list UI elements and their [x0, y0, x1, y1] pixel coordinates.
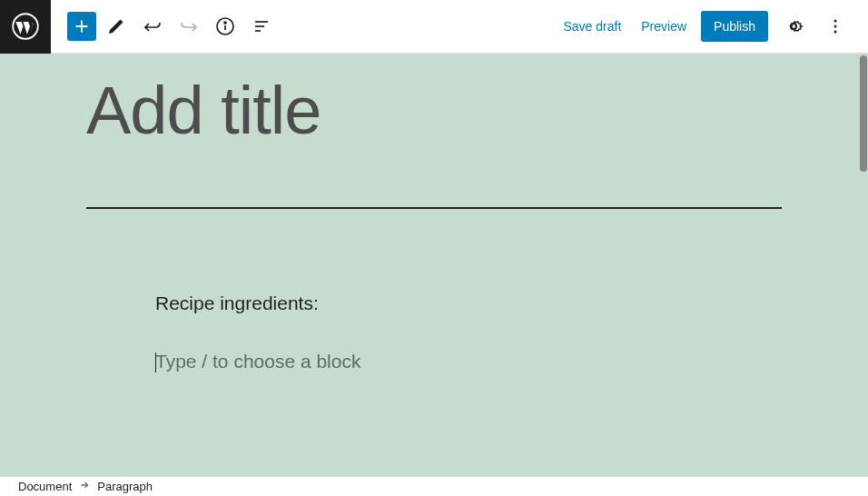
- breadcrumb-current[interactable]: Paragraph: [97, 480, 153, 493]
- pencil-icon: [105, 15, 127, 37]
- editor-canvas[interactable]: Add title Recipe ingredients: Type / to …: [0, 54, 868, 476]
- settings-button[interactable]: [777, 10, 810, 43]
- gear-icon: [783, 15, 804, 37]
- block-breadcrumb: Document Paragraph: [0, 476, 868, 496]
- breadcrumb-root[interactable]: Document: [18, 480, 72, 493]
- svg-point-7: [834, 20, 837, 23]
- editor-content: Add title Recipe ingredients: Type / to …: [0, 54, 868, 372]
- svg-point-9: [834, 31, 837, 34]
- wordpress-logo[interactable]: [0, 0, 51, 54]
- undo-button[interactable]: [136, 10, 169, 43]
- empty-block-placeholder[interactable]: Type / to choose a block: [86, 351, 782, 372]
- info-button[interactable]: [209, 10, 242, 43]
- right-toolbar-group: Save draft Preview Publish: [557, 10, 868, 43]
- redo-icon: [178, 15, 200, 37]
- undo-icon: [142, 15, 163, 37]
- post-title-input[interactable]: Add title: [86, 54, 782, 207]
- scrollbar-thumb[interactable]: [860, 55, 867, 172]
- plus-icon: [72, 16, 92, 36]
- separator-block[interactable]: [86, 207, 782, 209]
- info-icon: [214, 15, 236, 37]
- wordpress-icon: [12, 13, 39, 40]
- left-toolbar-group: [51, 10, 278, 43]
- svg-point-8: [834, 25, 837, 28]
- breadcrumb-separator: [79, 480, 90, 493]
- save-draft-button[interactable]: Save draft: [557, 12, 626, 41]
- more-options-button[interactable]: [819, 10, 852, 43]
- paragraph-block[interactable]: Recipe ingredients:: [86, 293, 782, 314]
- outline-button[interactable]: [245, 10, 278, 43]
- list-outline-icon: [251, 15, 272, 37]
- scrollbar-track: [859, 54, 868, 476]
- arrow-right-icon: [79, 480, 90, 491]
- preview-button[interactable]: Preview: [636, 12, 692, 41]
- edit-mode-button[interactable]: [100, 10, 133, 43]
- editor-toolbar: Save draft Preview Publish: [0, 0, 868, 54]
- add-block-button[interactable]: [67, 12, 96, 41]
- publish-button[interactable]: Publish: [701, 11, 768, 42]
- more-vertical-icon: [824, 15, 846, 37]
- svg-point-3: [224, 22, 226, 24]
- redo-button[interactable]: [173, 10, 205, 43]
